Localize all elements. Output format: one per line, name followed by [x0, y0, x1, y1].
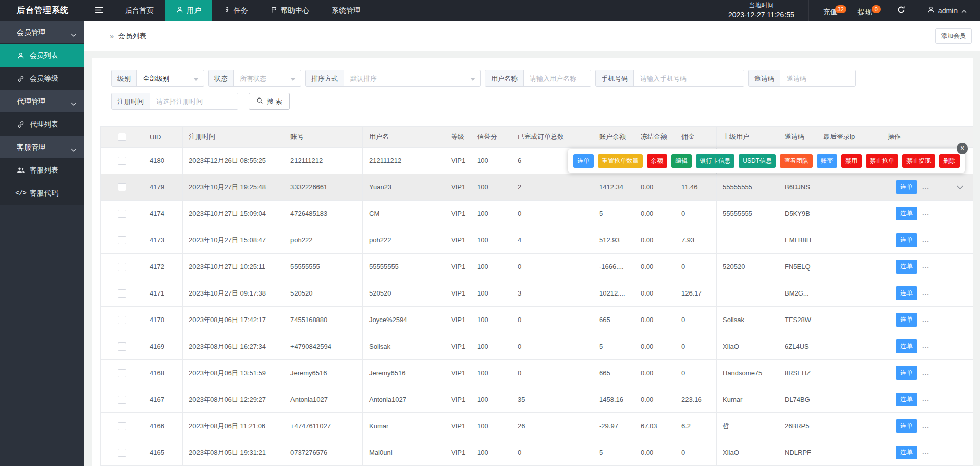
sidebar-group-客服管理[interactable]: 客服管理: [0, 136, 84, 159]
cell-username: Yuan23: [363, 174, 445, 201]
row-checkbox[interactable]: [118, 289, 126, 298]
cell-invite: B6DJNS: [778, 174, 817, 201]
sidebar-group-label: 客服管理: [17, 143, 45, 152]
popup-action-重置抢单数量[interactable]: 重置抢单数量: [598, 154, 643, 168]
popup-action-禁止提现[interactable]: 禁止提现: [902, 154, 935, 168]
row-checkbox-cell: [101, 201, 143, 227]
add-member-button[interactable]: 添加会员: [935, 28, 972, 44]
cell-credit: 100: [471, 386, 511, 413]
sidebar-item-代理列表[interactable]: 代理列表: [0, 113, 84, 136]
dropdown-arrow-icon: [470, 78, 475, 81]
row-checkbox[interactable]: [118, 422, 126, 430]
popup-action-编辑[interactable]: 编辑: [671, 154, 692, 168]
more-actions-button[interactable]: ...: [922, 236, 929, 243]
popup-action-余额[interactable]: 余额: [647, 154, 667, 168]
liandan-button[interactable]: 连单: [896, 313, 917, 327]
collapse-actions-chevron-icon[interactable]: [956, 184, 964, 191]
sidebar-group-会员管理[interactable]: 会员管理: [0, 21, 84, 44]
sidebar-item-会员等级[interactable]: 会员等级: [0, 67, 84, 90]
more-actions-button[interactable]: ...: [922, 209, 929, 217]
nav-item-后台首页[interactable]: 后台首页: [114, 0, 165, 21]
cell-frozen: 0.00: [634, 254, 675, 280]
more-actions-button[interactable]: ...: [922, 448, 929, 456]
liandan-button[interactable]: 连单: [896, 446, 917, 459]
filter-select-状态[interactable]: 所有状态: [234, 70, 301, 86]
sidebar-item-客服列表[interactable]: 客服列表: [0, 159, 84, 182]
nav-item-帮助中心[interactable]: 帮助中心: [259, 0, 321, 21]
nav-item-系统管理[interactable]: 系统管理: [321, 0, 372, 21]
liandan-button[interactable]: 连单: [896, 286, 917, 300]
popup-action-银行卡信息[interactable]: 银行卡信息: [696, 154, 734, 168]
row-checkbox[interactable]: [118, 342, 126, 351]
cell-username: CM: [363, 201, 445, 227]
cell-orders: 0: [511, 307, 593, 333]
cell-level: VIP1: [445, 174, 471, 201]
sidebar-toggle-button[interactable]: [84, 0, 114, 21]
search-button[interactable]: 搜 索: [249, 93, 290, 110]
sidebar-group-代理管理[interactable]: 代理管理: [0, 90, 84, 113]
row-checkbox[interactable]: [118, 183, 126, 191]
nav-item-label: 帮助中心: [281, 6, 309, 15]
popup-action-查看团队[interactable]: 查看团队: [780, 154, 813, 168]
nav-item-label: 任务: [234, 6, 248, 15]
filter-input-邀请码[interactable]: [780, 70, 855, 86]
row-checkbox[interactable]: [118, 316, 126, 324]
cell-ip: [817, 201, 881, 227]
popup-action-禁止抢单[interactable]: 禁止抢单: [866, 154, 898, 168]
cell-balance: -29.97: [593, 413, 634, 439]
row-checkbox[interactable]: [118, 210, 126, 218]
recharge-button[interactable]: 充值 32: [813, 5, 848, 17]
nav-item-用户[interactable]: 用户: [165, 0, 212, 21]
refresh-button[interactable]: [887, 0, 916, 21]
row-checkbox[interactable]: [118, 263, 126, 271]
sidebar-item-客服代码[interactable]: </>客服代码: [0, 182, 84, 205]
cell-credit: 100: [471, 307, 511, 333]
nav-item-任务[interactable]: 任务: [212, 0, 259, 21]
cell-account: 212111212: [284, 148, 363, 174]
more-actions-button[interactable]: ...: [922, 395, 929, 403]
more-actions-button[interactable]: ...: [922, 342, 929, 350]
more-actions-button[interactable]: ...: [922, 315, 929, 323]
liandan-button[interactable]: 连单: [896, 207, 917, 220]
admin-menu-button[interactable]: admin: [916, 0, 980, 21]
sidebar-item-会员列表[interactable]: 会员列表: [0, 44, 84, 67]
select-all-checkbox[interactable]: [118, 133, 126, 141]
cell-level: VIP1: [445, 227, 471, 254]
column-header-balance: 账户余额: [593, 127, 634, 148]
cell-time: 2023年08月06日 12:29:27: [183, 386, 284, 413]
filter-select-排序方式[interactable]: 默认排序: [344, 70, 480, 86]
cell-balance: 1412.34: [593, 174, 634, 201]
liandan-button[interactable]: 连单: [896, 180, 917, 194]
nav-menu: 后台首页用户任务帮助中心系统管理: [114, 0, 372, 21]
more-actions-button[interactable]: ...: [922, 262, 929, 270]
liandan-button[interactable]: 连单: [896, 339, 917, 353]
filter-select-级别[interactable]: 全部级别: [137, 70, 204, 86]
link-icon: [17, 121, 25, 128]
popup-action-连单[interactable]: 连单: [573, 154, 594, 168]
filter-input-注册时间[interactable]: [150, 93, 238, 109]
withdraw-button[interactable]: 提现 0: [848, 5, 883, 17]
popup-action-禁用[interactable]: 禁用: [841, 154, 862, 168]
liandan-button[interactable]: 连单: [896, 233, 917, 247]
cell-invite: BM2G...: [778, 280, 817, 307]
more-actions-button[interactable]: ...: [922, 422, 929, 429]
liandan-button[interactable]: 连单: [896, 393, 917, 406]
liandan-button[interactable]: 连单: [896, 260, 917, 274]
liandan-button[interactable]: 连单: [896, 366, 917, 380]
row-checkbox[interactable]: [118, 396, 126, 404]
close-icon[interactable]: ×: [957, 143, 968, 154]
more-actions-button[interactable]: ...: [922, 183, 929, 190]
more-actions-button[interactable]: ...: [922, 289, 929, 297]
row-checkbox[interactable]: [118, 236, 126, 244]
popup-action-删除[interactable]: 删除: [939, 154, 960, 168]
row-checkbox[interactable]: [118, 369, 126, 377]
filter-input-用户名称[interactable]: [524, 70, 591, 86]
row-checkbox[interactable]: [118, 449, 126, 457]
popup-action-USDT信息[interactable]: USDT信息: [739, 154, 776, 168]
filter-input-手机号码[interactable]: [634, 70, 744, 86]
popup-action-账变[interactable]: 账变: [817, 154, 837, 168]
row-checkbox[interactable]: [118, 157, 126, 165]
liandan-button[interactable]: 连单: [896, 419, 917, 433]
more-actions-button[interactable]: ...: [922, 369, 929, 376]
cell-parent: 55555555: [717, 201, 778, 227]
